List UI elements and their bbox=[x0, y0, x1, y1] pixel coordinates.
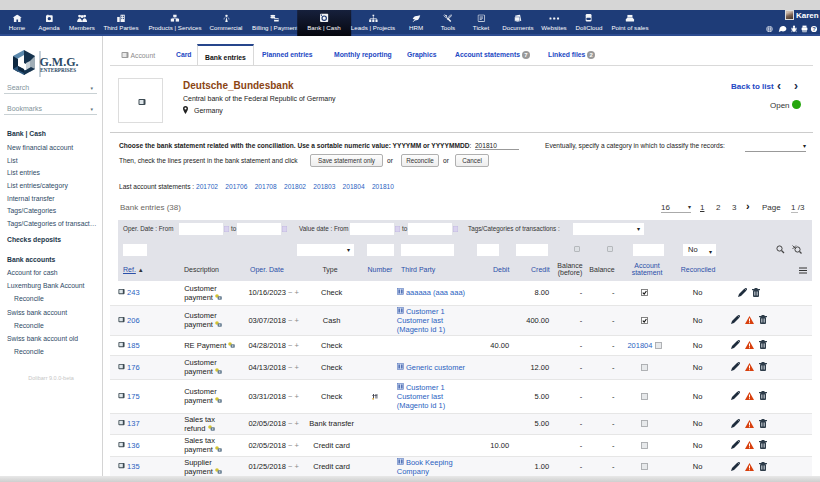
svg-text:?: ? bbox=[812, 26, 816, 32]
svg-text:ENTERPRISES: ENTERPRISES bbox=[40, 67, 76, 73]
